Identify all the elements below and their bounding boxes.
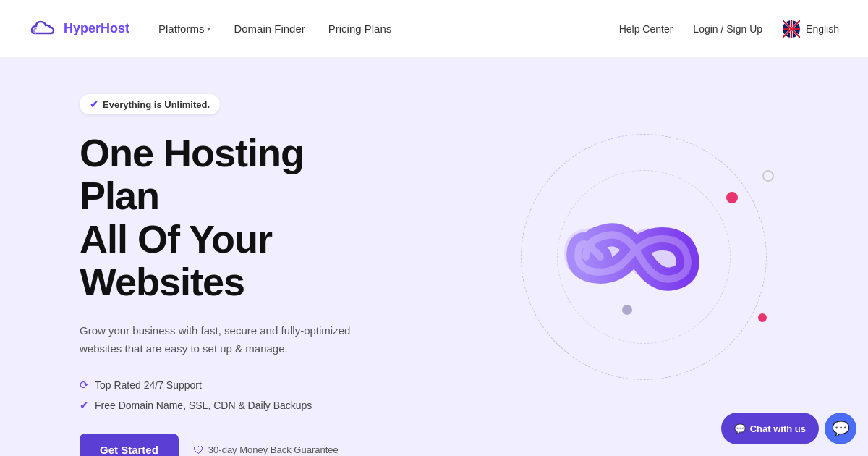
money-back-guarantee: 🛡 30-day Money Back Guarantee [193, 444, 339, 456]
feature-item-1: ⟳ Top Rated 24/7 Support [80, 379, 383, 392]
language-selector[interactable]: English [783, 20, 839, 38]
check-circle-icon: ✔ [80, 399, 89, 412]
chat-buttons: 💬 Chat with us 💬 [721, 413, 856, 444]
chat-button-label: Chat with us [750, 423, 806, 434]
nav-platforms[interactable]: Platforms ▾ [158, 22, 210, 35]
hero-title: One Hosting Plan All Of Your Websites [80, 132, 383, 304]
cta-row: Get Started 🛡 30-day Money Back Guarante… [80, 434, 383, 456]
hero-section: ✔ Everything is Unlimited. One Hosting P… [0, 58, 868, 456]
cloud-infinity-icon [542, 185, 745, 329]
hero-content: ✔ Everything is Unlimited. One Hosting P… [0, 58, 420, 456]
dot-pink-2 [758, 313, 767, 322]
nav-right: Help Center Login / Sign Up English [619, 20, 839, 38]
logo-icon [29, 19, 58, 39]
help-center-link[interactable]: Help Center [619, 23, 673, 35]
feature-item-2: ✔ Free Domain Name, SSL, CDN & Daily Bac… [80, 399, 383, 412]
chat-icon-button[interactable]: 💬 [825, 413, 856, 444]
hero-badge: ✔ Everything is Unlimited. [80, 94, 220, 114]
navbar: HyperHost Platforms ▾ Domain Finder Pric… [0, 0, 868, 58]
dot-outline [762, 170, 774, 182]
illustration-container [492, 105, 796, 409]
feature-text-2: Free Domain Name, SSL, CDN & Daily Backu… [95, 400, 312, 411]
get-started-button[interactable]: Get Started [80, 434, 179, 456]
nav-domain-finder[interactable]: Domain Finder [234, 22, 305, 35]
chat-with-us-button[interactable]: 💬 Chat with us [721, 413, 819, 444]
logo-text: HyperHost [64, 21, 129, 36]
message-icon: 💬 [832, 420, 850, 437]
logo[interactable]: HyperHost [29, 19, 129, 39]
nav-pricing-plans[interactable]: Pricing Plans [328, 22, 392, 35]
money-back-text: 30-day Money Back Guarantee [208, 444, 339, 455]
chevron-down-icon: ▾ [207, 25, 210, 33]
flag-icon [783, 20, 800, 38]
hero-description: Grow your business with fast, secure and… [80, 321, 354, 358]
support-icon: ⟳ [80, 379, 89, 392]
login-link[interactable]: Login / Sign Up [693, 23, 762, 35]
badge-text: Everything is Unlimited. [103, 99, 210, 110]
feature-text-1: Top Rated 24/7 Support [95, 379, 202, 391]
chat-icon: 💬 [734, 423, 746, 434]
hero-illustration [420, 58, 868, 456]
check-icon: ✔ [90, 98, 98, 110]
nav-links: Platforms ▾ Domain Finder Pricing Plans [158, 22, 619, 35]
language-label: English [806, 23, 839, 35]
shield-icon: 🛡 [193, 444, 204, 456]
features-list: ⟳ Top Rated 24/7 Support ✔ Free Domain N… [80, 379, 383, 412]
